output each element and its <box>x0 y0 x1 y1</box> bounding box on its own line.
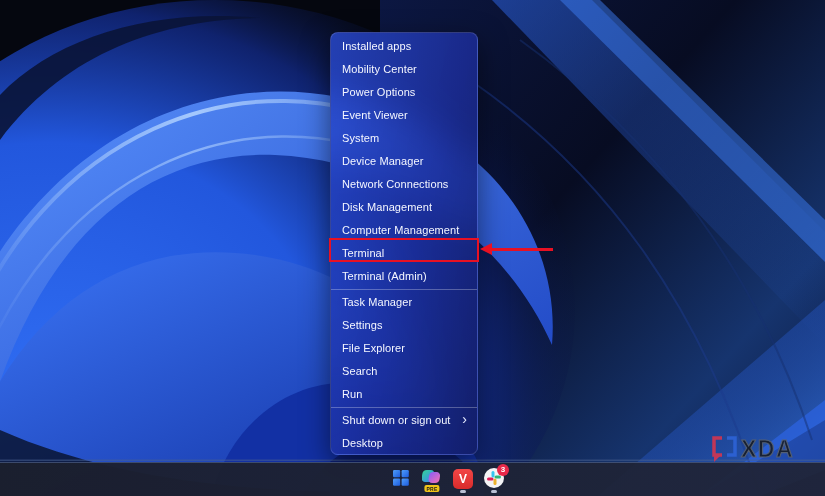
slack-button[interactable]: 3 <box>482 465 506 493</box>
taskbar-icon-group: PRE V 3 <box>389 465 506 493</box>
menu-item-label: Settings <box>342 314 383 337</box>
watermark-text: XDA <box>741 436 794 462</box>
menu-item-label: File Explorer <box>342 337 405 360</box>
menu-item-label: Network Connections <box>342 173 448 196</box>
menu-item-run[interactable]: Run <box>331 383 477 406</box>
winx-menu: Installed appsMobility CenterPower Optio… <box>330 32 478 455</box>
copilot-button[interactable]: PRE <box>420 465 444 493</box>
menu-item-label: Shut down or sign out <box>342 409 451 432</box>
xda-watermark: XDA <box>708 434 804 468</box>
menu-item-label: Mobility Center <box>342 58 417 81</box>
start-button[interactable] <box>389 465 413 493</box>
menu-item-label: System <box>342 127 379 150</box>
menu-item-network-connections[interactable]: Network Connections <box>331 173 477 196</box>
copilot-preview-badge: PRE <box>424 485 439 492</box>
menu-item-label: Task Manager <box>342 291 412 314</box>
menu-item-shut-down-or-sign-out[interactable]: Shut down or sign out› <box>331 409 477 432</box>
xda-brackets-icon <box>714 438 735 462</box>
vivaldi-button[interactable]: V <box>451 465 475 493</box>
menu-item-task-manager[interactable]: Task Manager <box>331 291 477 314</box>
menu-item-label: Desktop <box>342 432 383 455</box>
menu-item-label: Disk Management <box>342 196 432 219</box>
menu-item-mobility-center[interactable]: Mobility Center <box>331 58 477 81</box>
menu-item-label: Device Manager <box>342 150 424 173</box>
menu-item-label: Installed apps <box>342 35 411 58</box>
menu-item-settings[interactable]: Settings <box>331 314 477 337</box>
menu-item-installed-apps[interactable]: Installed apps <box>331 35 477 58</box>
menu-item-disk-management[interactable]: Disk Management <box>331 196 477 219</box>
menu-item-terminal-admin[interactable]: Terminal (Admin) <box>331 265 477 288</box>
menu-item-file-explorer[interactable]: File Explorer <box>331 337 477 360</box>
menu-item-label: Terminal <box>342 242 384 265</box>
menu-separator <box>331 289 477 290</box>
taskbar: PRE V 3 <box>0 462 825 496</box>
menu-item-power-options[interactable]: Power Options <box>331 81 477 104</box>
vivaldi-icon: V <box>453 469 473 489</box>
menu-item-label: Terminal (Admin) <box>342 265 427 288</box>
menu-item-event-viewer[interactable]: Event Viewer <box>331 104 477 127</box>
running-indicator <box>460 490 466 493</box>
menu-item-label: Power Options <box>342 81 415 104</box>
menu-item-terminal[interactable]: Terminal <box>331 242 477 265</box>
menu-item-desktop[interactable]: Desktop <box>331 432 477 455</box>
menu-item-label: Computer Management <box>342 219 459 242</box>
menu-item-label: Run <box>342 383 362 406</box>
submenu-chevron-icon: › <box>462 408 467 431</box>
menu-item-label: Search <box>342 360 377 383</box>
running-indicator <box>491 490 497 493</box>
annotation-arrow-head <box>480 243 492 255</box>
menu-item-computer-management[interactable]: Computer Management <box>331 219 477 242</box>
menu-item-label: Event Viewer <box>342 104 408 127</box>
notification-badge: 3 <box>497 464 509 476</box>
menu-item-system[interactable]: System <box>331 127 477 150</box>
annotation-arrow <box>491 248 553 251</box>
menu-item-device-manager[interactable]: Device Manager <box>331 150 477 173</box>
windows-logo-icon <box>393 470 409 489</box>
menu-separator <box>331 407 477 408</box>
menu-item-search[interactable]: Search <box>331 360 477 383</box>
